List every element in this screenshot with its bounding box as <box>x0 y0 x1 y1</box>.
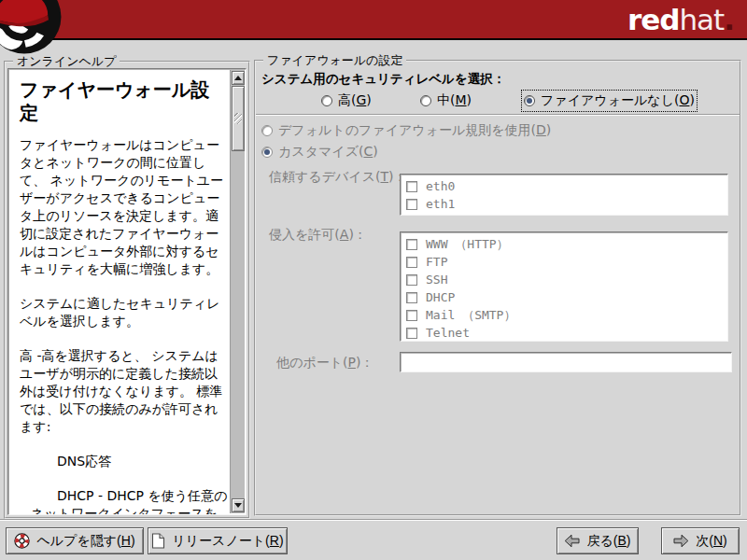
radio-customize-icon[interactable] <box>261 147 273 158</box>
online-help-frame-title: オンラインヘルプ <box>13 54 120 69</box>
radio-option-high[interactable]: 高(G) <box>321 92 372 109</box>
other-ports-label: 他のポート(P)： <box>276 355 374 371</box>
footer-separator <box>0 519 747 521</box>
hide-help-button[interactable]: ヘルプを隠す(H) <box>6 527 144 554</box>
radio-medium-label: 中(M) <box>437 92 472 109</box>
checkbox-telnet-icon[interactable] <box>406 328 417 339</box>
checkbox-telnet-label: Telnet <box>426 326 470 340</box>
hide-help-label: ヘルプを隠す(H) <box>36 533 134 550</box>
trusted-devices-label: 信頼するデバイス(T)： <box>269 169 406 186</box>
radio-option-no-firewall[interactable]: ファイアウォールなし(O) <box>524 92 695 109</box>
radio-option-default-rules[interactable]: デフォルトのファイアウォール規則を使用(D) <box>261 122 551 139</box>
radio-default-rules-label: デフォルトのファイアウォール規則を使用(D) <box>278 122 551 139</box>
incoming-row-dhcp[interactable]: DHCP <box>406 288 727 306</box>
scrollbar-down-button[interactable] <box>232 498 245 512</box>
wordmark-red: red <box>627 3 680 36</box>
checkbox-www-label: WWW （HTTP） <box>426 236 509 253</box>
checkbox-ftp-icon[interactable] <box>406 257 417 268</box>
back-label: 戻る(B) <box>586 533 630 550</box>
help-paragraph: ファイヤーウォールはコンピュータとネットワークの間に位置して、 ネットワークのリ… <box>20 136 228 278</box>
checkbox-eth0-icon[interactable] <box>406 181 417 192</box>
checkbox-mail-icon[interactable] <box>406 310 417 321</box>
checkbox-dhcp-label: DHCP <box>426 290 455 304</box>
help-scrollbar[interactable] <box>230 70 245 513</box>
checkbox-mail-label: Mail （SMTP） <box>426 307 515 324</box>
help-paragraph: 高 -高を選択すると、 システムはユーザが明示的に定義した接続以外は受け付けなく… <box>20 347 228 436</box>
next-label: 次(N) <box>696 533 726 550</box>
incoming-row-mail[interactable]: Mail （SMTP） <box>406 306 727 324</box>
next-button[interactable]: 次(N) <box>661 527 740 554</box>
radio-no-firewall-label: ファイアウォールなし(O) <box>541 92 695 109</box>
scrollbar-thumb[interactable] <box>232 86 245 151</box>
wordmark-dot: . <box>724 3 734 36</box>
back-button[interactable]: 戻る(B) <box>557 527 639 554</box>
checkbox-ssh-label: SSH <box>426 273 447 287</box>
firewall-settings-frame-title: ファイアウォールの設定 <box>263 53 406 68</box>
checkbox-www-icon[interactable] <box>406 239 417 250</box>
help-list-item: DNS応答 <box>20 453 228 470</box>
arrow-right-icon <box>673 534 689 548</box>
settings-separator <box>256 114 740 116</box>
checkbox-eth0-label: eth0 <box>426 179 455 193</box>
incoming-row-www[interactable]: WWW （HTTP） <box>406 235 727 253</box>
radio-default-rules-icon[interactable] <box>261 125 273 136</box>
incoming-row-ftp[interactable]: FTP <box>406 253 727 271</box>
scroll-up-icon <box>234 76 242 80</box>
other-ports-input[interactable] <box>400 352 732 372</box>
trusted-device-row-eth0[interactable]: eth0 <box>406 177 727 195</box>
help-title: ファイヤーウォール設定 <box>20 78 228 125</box>
header-bar: redhat. <box>0 0 747 40</box>
radio-no-firewall-icon[interactable] <box>524 95 535 106</box>
redhat-shadowman-logo-icon <box>0 0 63 56</box>
release-notes-button[interactable]: リリースノート(R) <box>148 527 288 554</box>
checkbox-ftp-label: FTP <box>426 255 447 269</box>
allow-incoming-label: 侵入を許可(A)： <box>269 227 367 244</box>
installer-window: redhat. オンラインヘルプ ファイヤーウォール設定 ファイヤーウォールはコ… <box>0 0 747 560</box>
checkbox-eth1-icon[interactable] <box>406 199 417 210</box>
checkbox-eth1-label: eth1 <box>426 197 455 211</box>
trusted-device-row-eth1[interactable]: eth1 <box>406 195 727 213</box>
security-level-label: システム用のセキュリティレベルを選択： <box>261 71 505 88</box>
release-notes-label: リリースノート(R) <box>172 533 283 550</box>
wordmark-hat: hat <box>679 3 724 36</box>
scrollbar-up-button[interactable] <box>232 71 245 85</box>
help-paragraph: システムに適したセキュリティレベルを選択します。 <box>20 295 228 330</box>
lifebuoy-icon <box>14 533 30 549</box>
radio-medium-icon[interactable] <box>420 95 431 106</box>
redhat-wordmark: redhat. <box>627 3 734 36</box>
trusted-devices-list: eth0 eth1 <box>400 174 728 216</box>
checkbox-ssh-icon[interactable] <box>406 274 417 286</box>
help-text-panel: ファイヤーウォール設定 ファイヤーウォールはコンピュータとネットワークの間に位置… <box>7 68 247 515</box>
checkbox-dhcp-icon[interactable] <box>406 292 417 303</box>
radio-option-customize[interactable]: カスタマイズ(C) <box>261 144 378 161</box>
arrow-left-icon <box>564 534 580 548</box>
scroll-down-icon <box>234 503 242 508</box>
radio-option-medium[interactable]: 中(M) <box>420 92 472 109</box>
radio-high-label: 高(G) <box>338 92 372 109</box>
incoming-row-ssh[interactable]: SSH <box>406 271 727 288</box>
document-icon <box>151 533 165 549</box>
help-text-content: ファイヤーウォール設定 ファイヤーウォールはコンピュータとネットワークの間に位置… <box>8 69 230 514</box>
help-list-item: DHCP - DHCP を使う任意のネットワークインタフェースを適切に設定されま… <box>20 487 228 514</box>
radio-customize-label: カスタマイズ(C) <box>278 144 378 161</box>
incoming-row-telnet[interactable]: Telnet <box>406 324 727 342</box>
radio-high-icon[interactable] <box>321 95 332 106</box>
allow-incoming-list: WWW （HTTP） FTP SSH DHCP Mail （SMTP） Teln… <box>400 231 728 342</box>
